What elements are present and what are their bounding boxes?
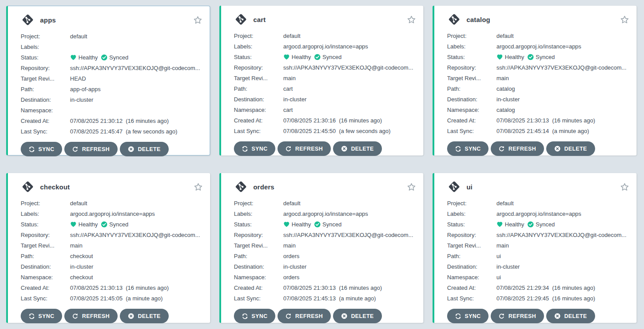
field-row: Created At:07/08/2025 21:30:13 (16 minut… [234, 282, 416, 293]
field-row: Target Revi...main [234, 73, 416, 83]
sync-status-text: Synced [109, 54, 128, 61]
sync-button[interactable]: SYNC [447, 309, 489, 323]
field-label-namespace: Namespace: [447, 107, 496, 113]
field-row: Destination:in-cluster [447, 261, 629, 272]
field-label-labels: Labels: [21, 44, 70, 50]
delete-button[interactable]: DELETE [120, 142, 169, 156]
field-label-namespace: Namespace: [447, 274, 496, 281]
field-value-created_at: 07/08/2025 21:30:13 (16 minutes ago) [496, 117, 595, 124]
health-status-text: Healthy [78, 54, 98, 61]
field-rows: Project:defaultLabels:argocd.argoproj.io… [447, 198, 629, 303]
favorite-star-icon[interactable] [193, 16, 202, 24]
delete-button-label: DELETE [351, 313, 374, 319]
healthy-heart-icon [70, 221, 77, 227]
field-label-path: Path: [447, 85, 496, 92]
sync-button[interactable]: SYNC [234, 309, 275, 323]
applications-grid: apps Project:defaultLabels:Status:Health… [0, 0, 644, 329]
field-row: Project:default [234, 30, 416, 41]
field-value-labels: argocd.argoproj.io/instance=apps [496, 211, 581, 217]
field-value-status: HealthySynced [496, 221, 555, 228]
field-value-labels: argocd.argoproj.io/instance=apps [496, 43, 581, 50]
field-value-path: orders [283, 253, 300, 259]
field-label-path: Path: [234, 85, 283, 92]
sync-button[interactable]: SYNC [234, 141, 275, 156]
application-tile[interactable]: apps Project:defaultLabels:Status:Health… [6, 6, 210, 155]
sync-button-label: SYNC [252, 146, 267, 152]
delete-circle-x-icon [341, 145, 348, 152]
field-value-repository: ssh://APKA3NYVY37VEX3EKOJQ@git-codecom..… [70, 232, 200, 238]
sync-button[interactable]: SYNC [21, 142, 62, 156]
field-value-last_sync: 07/08/2025 21:45:50 (a few seconds ago) [283, 128, 391, 134]
delete-button[interactable]: DELETE [546, 141, 595, 156]
sync-button[interactable]: SYNC [447, 141, 489, 156]
field-row: Labels:argocd.argoproj.io/instance=apps [21, 208, 203, 219]
field-value-project: default [283, 33, 300, 39]
delete-button[interactable]: DELETE [120, 309, 169, 323]
field-value-target_revision: main [496, 75, 509, 81]
field-row: Target Revi...main [234, 240, 416, 251]
application-tile[interactable]: checkout Project:defaultLabels:argocd.ar… [6, 173, 210, 323]
field-label-destination: Destination: [447, 263, 496, 270]
delete-button-label: DELETE [564, 146, 587, 152]
application-tile[interactable]: ui Project:defaultLabels:argocd.argoproj… [433, 173, 637, 323]
refresh-button[interactable]: REFRESH [278, 141, 331, 156]
health-status-text: Healthy [505, 54, 524, 60]
healthy-heart-icon [283, 221, 290, 227]
sync-button[interactable]: SYNC [21, 309, 62, 323]
application-tile[interactable]: cart Project:defaultLabels:argocd.argopr… [219, 6, 423, 155]
field-label-project: Project: [234, 200, 283, 207]
field-label-target_revision: Target Revi... [234, 75, 283, 81]
field-label-project: Project: [21, 33, 70, 40]
application-tile[interactable]: orders Project:defaultLabels:argocd.argo… [219, 173, 423, 323]
favorite-star-icon[interactable] [620, 183, 629, 191]
field-label-path: Path: [21, 253, 70, 259]
healthy-heart-icon [283, 54, 290, 60]
field-value-status: HealthySynced [496, 54, 555, 60]
delete-button[interactable]: DELETE [333, 309, 382, 323]
card-header: ui [447, 177, 629, 196]
favorite-star-icon[interactable] [407, 15, 416, 24]
sync-button-label: SYNC [252, 313, 267, 319]
field-row: Project:default [21, 198, 203, 208]
refresh-button[interactable]: REFRESH [491, 309, 544, 323]
refresh-button[interactable]: REFRESH [64, 142, 118, 156]
synced-check-icon [314, 54, 321, 60]
field-value-destination: in-cluster [70, 96, 93, 103]
favorite-star-icon[interactable] [407, 183, 416, 191]
field-row: Repository:ssh://APKA3NYVY37VEX3EKOJQ@gi… [447, 229, 629, 240]
refresh-button[interactable]: REFRESH [278, 309, 331, 323]
refresh-button[interactable]: REFRESH [64, 309, 118, 323]
field-label-created_at: Created At: [447, 285, 496, 291]
field-value-repository: ssh://APKA3NYVY37VEX3EKOJQ@git-codecom..… [496, 64, 626, 71]
favorite-star-icon[interactable] [620, 15, 629, 24]
application-name: orders [253, 183, 274, 191]
health-status-text: Healthy [505, 221, 524, 228]
field-row: Last Sync:07/08/2025 21:29:45 (16 minute… [447, 293, 629, 303]
field-label-repository: Repository: [234, 232, 283, 238]
field-row: Path:checkout [21, 251, 203, 261]
field-label-project: Project: [447, 33, 496, 39]
field-rows: Project:defaultLabels:argocd.argoproj.io… [21, 198, 203, 303]
field-rows: Project:defaultLabels:Status:HealthySync… [21, 31, 203, 137]
git-application-icon [447, 12, 461, 26]
delete-button-label: DELETE [138, 146, 161, 152]
field-value-project: default [496, 200, 514, 207]
health-status-text: Healthy [78, 221, 98, 228]
field-row: Last Sync:07/08/2025 21:45:05 (a minute … [21, 293, 203, 303]
delete-button[interactable]: DELETE [333, 141, 382, 156]
field-value-last_sync: 07/08/2025 21:29:45 (16 minutes ago) [496, 295, 595, 302]
favorite-star-icon[interactable] [194, 183, 203, 191]
refresh-button[interactable]: REFRESH [491, 141, 544, 156]
field-value-last_sync: 07/08/2025 21:45:13 (a minute ago) [283, 295, 376, 302]
health-status-text: Healthy [292, 221, 311, 228]
field-label-created_at: Created At: [21, 285, 70, 291]
field-label-status: Status: [21, 221, 70, 228]
refresh-icon [499, 146, 505, 152]
sync-icon [242, 146, 248, 152]
synced-check-icon [101, 221, 107, 228]
delete-button[interactable]: DELETE [546, 309, 595, 323]
field-value-repository: ssh://APKA3NYVY37VEX3EKOJQ@git-codecom..… [283, 232, 413, 238]
field-row: Destination:in-cluster [21, 94, 203, 105]
application-tile[interactable]: catalog Project:defaultLabels:argocd.arg… [433, 6, 637, 155]
delete-button-label: DELETE [138, 313, 161, 319]
